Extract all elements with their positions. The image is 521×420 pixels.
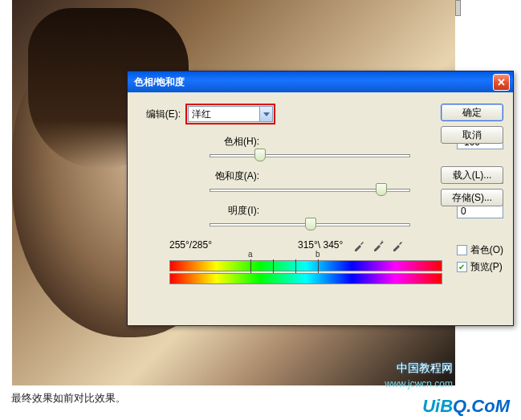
eyedropper-icon[interactable]: [352, 238, 367, 252]
colorize-checkbox[interactable]: [457, 245, 467, 255]
save-button[interactable]: 存储(S)...: [441, 189, 503, 206]
page-watermark: UiBQ.CoM: [422, 396, 510, 417]
hue-strip-group: [137, 260, 503, 284]
close-button[interactable]: ✕: [493, 74, 510, 91]
saturation-label: 饱和度(A):: [193, 169, 266, 183]
hue-slider[interactable]: [210, 154, 410, 157]
hue-range-marker[interactable]: [250, 259, 251, 274]
angle-range-1: 255°/285°: [169, 239, 242, 251]
watermark-site-name: 中国教程网: [397, 361, 453, 376]
watermark-part-b: Q.CoM: [453, 396, 510, 416]
load-button[interactable]: 载入(L)...: [441, 166, 503, 184]
chevron-down-icon: [263, 112, 270, 116]
svg-text:-: -: [400, 239, 402, 245]
checkbox-group: 着色(O) ✔ 预览(P): [457, 243, 503, 277]
page-caption: 最终效果如前对比效果。: [11, 391, 126, 406]
hue-label: 色相(H):: [193, 135, 266, 149]
saturation-slider[interactable]: [210, 189, 410, 192]
edit-dropdown-value: 洋红: [189, 108, 259, 121]
eyedropper-subtract-icon[interactable]: -: [391, 238, 405, 252]
hue-range-marker[interactable]: [295, 259, 296, 274]
lightness-label: 明度(I):: [193, 204, 266, 218]
hue-slider-thumb[interactable]: [254, 149, 266, 161]
edit-select-highlight: 洋红: [185, 104, 275, 124]
hue-range-marker[interactable]: [318, 259, 319, 274]
lightness-slider-row: [137, 223, 503, 226]
dialog-body: 编辑(E): 洋红 色相(H): 饱和度(A):: [128, 92, 513, 325]
ok-button[interactable]: 确定: [441, 104, 503, 121]
dialog-button-column: 确定 取消 载入(L)... 存储(S)...: [441, 104, 503, 206]
eyedropper-add-icon[interactable]: +: [372, 238, 386, 252]
preview-label: 预览(P): [470, 260, 503, 274]
edit-dropdown[interactable]: 洋红: [188, 106, 273, 122]
eyedropper-group: + -: [352, 238, 405, 252]
svg-text:+: +: [381, 239, 384, 245]
watermark-site-url: www.jcwcn.com: [385, 378, 453, 389]
close-icon: ✕: [497, 76, 506, 88]
colorize-label: 着色(O): [470, 243, 503, 257]
cancel-button[interactable]: 取消: [441, 126, 503, 144]
hue-saturation-dialog: 色相/饱和度 ✕ 编辑(E): 洋红 色相(H): 饱和度(A): [127, 71, 514, 326]
lightness-slider[interactable]: [210, 223, 410, 226]
lightness-slider-thumb[interactable]: [305, 218, 316, 230]
saturation-slider-thumb[interactable]: [376, 183, 387, 196]
hue-strip-top[interactable]: [169, 260, 442, 271]
angle-eyedropper-row: 255°/285° 315°\ 345° + -: [137, 238, 503, 252]
dialog-title: 色相/饱和度: [131, 75, 493, 89]
edit-label: 编辑(E):: [137, 108, 185, 121]
dropdown-arrow: [259, 107, 272, 121]
preview-checkbox[interactable]: ✔: [457, 262, 467, 272]
watermark-part-a: UiB: [422, 396, 453, 416]
scrollbar-fragment: [455, 0, 461, 16]
colorize-row: 着色(O): [457, 243, 503, 257]
hue-range-marker[interactable]: [273, 259, 274, 274]
hue-strip-bottom: [169, 273, 442, 284]
dialog-titlebar[interactable]: 色相/饱和度 ✕: [128, 71, 513, 92]
angle-range-2: 315°\ 345°: [298, 239, 343, 251]
preview-row: ✔ 预览(P): [457, 260, 503, 274]
